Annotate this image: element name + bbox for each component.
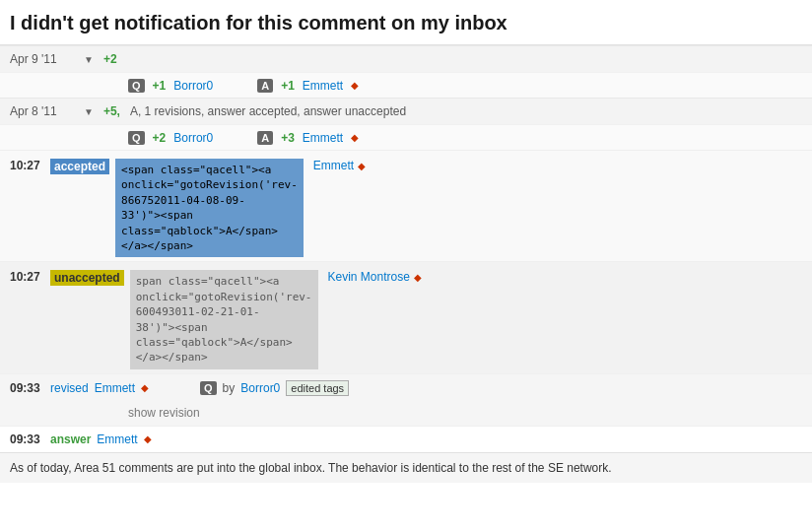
user-kevin[interactable]: Kevin Montrose [328,270,410,284]
user-emmett-answer[interactable]: Emmett [97,432,137,446]
event-row-unaccepted: 10:27 unaccepted span class="qacell"><ao… [0,261,812,372]
action-answer-label: answer [50,432,91,446]
diamond-kevin: ◆ [414,272,422,283]
date-label-apr9: Apr 9 '11 [10,52,74,66]
date-group-apr8: Apr 8 '11 ▼ +5, A, 1 revisions, answer a… [0,98,812,452]
time-revised: 09:33 [10,381,44,395]
user-unaccepted-container: Kevin Montrose ◆ [328,270,422,284]
note-text: As of today, Area 51 comments are put in… [10,461,612,475]
score-a-apr8: +3 [281,131,295,145]
date-row-apr9: Apr 9 '11 ▼ +2 [0,45,812,72]
user-borror0-apr9[interactable]: Borror0 [173,79,213,93]
badge-a-apr9: A [257,79,273,93]
event-row-apr9-scores: Q +1 Borror0 A +1 Emmett ◆ [0,72,812,98]
user-borror0-revised[interactable]: Borror0 [240,381,280,395]
page-title: I didn't get notification for this comme… [0,0,812,45]
page-container: I didn't get notification for this comme… [0,0,812,483]
expand-icon-apr9[interactable]: ▼ [84,54,94,65]
action-revised-label: revised [50,381,89,395]
show-revision-row: show revision [0,402,812,426]
diamond-emmett-answer: ◆ [144,433,152,444]
note-row: As of today, Area 51 comments are put in… [0,452,812,483]
expand-icon-apr8[interactable]: ▼ [84,106,94,117]
event-row-revised: 09:33 revised Emmett ◆ Q by Borror0 edit… [0,373,812,402]
diamond-emmett-apr8-scores: ◆ [351,132,359,143]
score-q-apr9: +1 [153,79,167,93]
time-accepted: 10:27 [10,159,44,172]
by-text-revised: by [223,381,236,395]
user-emmett-apr9[interactable]: Emmett [303,79,343,93]
code-unaccepted: span class="qacell"><aonclick="gotoRevis… [130,270,318,368]
date-row-apr8: Apr 8 '11 ▼ +5, A, 1 revisions, answer a… [0,98,812,124]
date-label-apr8: Apr 8 '11 [10,104,74,118]
show-revision-link[interactable]: show revision [128,406,200,420]
event-row-answer: 09:33 answer Emmett ◆ [0,426,812,452]
badge-q-apr9: Q [128,79,145,93]
date-group-apr9: Apr 9 '11 ▼ +2 Q +1 Borror0 A +1 Emmett … [0,45,812,98]
time-answer: 09:33 [10,432,44,446]
badge-q-revised: Q [200,381,217,395]
action-unaccepted-label: unaccepted [50,270,124,286]
score-a-apr9: +1 [281,79,295,93]
code-accepted: <span class="qacell"><aonclick="gotoRevi… [115,159,304,257]
user-emmett-accepted[interactable]: Emmett [313,159,354,172]
revisions-text-apr8: A, 1 revisions, answer accepted, answer … [130,104,406,118]
score-apr9: +2 [103,52,117,66]
edited-tags-label: edited tags [286,380,349,396]
user-borror0-apr8[interactable]: Borror0 [173,131,213,145]
badge-a-apr8: A [257,131,273,145]
event-row-apr8-scores: Q +2 Borror0 A +3 Emmett ◆ [0,124,812,150]
time-unaccepted: 10:27 [10,270,44,284]
event-row-accepted: 10:27 accepted <span class="qacell"><aon… [0,150,812,261]
user-emmett-apr8-scores[interactable]: Emmett [303,131,343,145]
diamond-emmett-accepted: ◆ [358,161,366,171]
score-apr8: +5, [103,104,120,118]
action-accepted-label: accepted [50,159,109,174]
user-emmett-revised[interactable]: Emmett [95,381,135,395]
diamond-emmett-apr9: ◆ [351,80,359,91]
badge-q-apr8: Q [128,131,145,145]
score-q-apr8: +2 [153,131,167,145]
user-accepted-container: Emmett ◆ [313,159,366,172]
diamond-emmett-revised: ◆ [141,382,149,393]
